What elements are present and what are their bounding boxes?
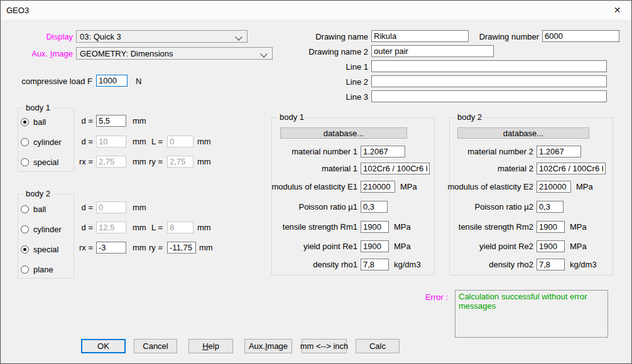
body1-L-input [167, 136, 193, 147]
poisson2-input[interactable] [537, 201, 564, 213]
yield-re1-label: yield point Re1 [257, 242, 357, 251]
body2-L-input [167, 222, 193, 233]
body1-d-ball-unit: mm [133, 116, 146, 126]
yield-re2-input[interactable] [537, 240, 565, 252]
material1-label: material 1 [257, 164, 357, 173]
tensile-rm2-input[interactable] [537, 221, 565, 233]
density-rho1-unit: kg/dm3 [394, 260, 421, 269]
modulus-e1-label: modulus of elasticity E1 [257, 182, 357, 191]
modulus-e1-unit: MPa [400, 182, 417, 191]
material-row: Poisson ratio µ2 [433, 201, 569, 213]
radio-special-icon[interactable] [21, 158, 29, 166]
material-row: density rho2 kg/dm3 [433, 259, 597, 270]
modulus-e2-input[interactable] [537, 181, 571, 193]
material-row: tensile strength Rm1 MPa [257, 221, 411, 233]
body1-radio-cylinder[interactable]: cylinder [21, 137, 62, 146]
body1-radio-ball[interactable]: ball [21, 117, 46, 126]
density-rho1-input[interactable] [361, 259, 389, 270]
close-icon[interactable]: ✕ [603, 1, 631, 19]
radio-special-label: special [33, 158, 58, 167]
body2-L-label: L = [144, 223, 163, 233]
body1-rx-label: rx = [71, 157, 93, 167]
body2-d-ball-label: d = [74, 203, 93, 213]
body2-d-cyl-label: d = [74, 223, 93, 233]
cancel-button[interactable]: Cancel [134, 339, 177, 353]
aux-image-button[interactable]: Aux. Image [244, 339, 292, 353]
body1-geometry-title: body 1 [23, 103, 53, 113]
yield-re2-unit: MPa [570, 242, 587, 251]
aux-image-dropdown[interactable]: GEOMETRY: Dimensions [76, 47, 273, 60]
body1-d-cyl-input [96, 136, 126, 147]
material2-label: material 2 [433, 164, 533, 173]
body2-geometry-title: body 2 [23, 189, 53, 199]
tensile-rm1-input[interactable] [361, 221, 389, 233]
compressive-load-label: compressive load F [17, 77, 92, 87]
material-number1-input[interactable] [361, 146, 405, 158]
body2-material-title: body 2 [455, 112, 484, 122]
material-row: material 2 [433, 163, 611, 174]
density-rho2-label: density rho2 [433, 260, 533, 269]
body2-radio-special[interactable]: special [21, 245, 58, 254]
display-dropdown[interactable]: 03: Quick 3 [76, 30, 248, 43]
body2-radio-ball[interactable]: ball [21, 205, 46, 213]
tensile-rm1-unit: MPa [394, 222, 411, 232]
poisson1-input[interactable] [361, 201, 388, 213]
radio-special-icon[interactable] [21, 245, 29, 254]
radio-cylinder-icon[interactable] [21, 225, 29, 233]
material-row: material 1 [257, 163, 435, 174]
drawing-number-label: Drawing number [470, 32, 539, 42]
modulus-e1-input[interactable] [361, 181, 395, 193]
ok-button[interactable]: OK [81, 339, 126, 353]
drawing-number-input[interactable] [542, 30, 619, 42]
calc-button[interactable]: Calc [356, 339, 400, 353]
body1-database-button[interactable]: database... [280, 127, 407, 139]
radio-ball-icon[interactable] [21, 118, 29, 126]
line3-input[interactable] [371, 90, 607, 102]
material2-input[interactable] [537, 163, 606, 174]
radio-cylinder-label: cylinder [33, 225, 62, 234]
material-number1-label: material number 1 [257, 147, 357, 156]
body1-radio-special[interactable]: special [21, 158, 58, 166]
yield-re1-input[interactable] [361, 240, 389, 252]
compressive-load-input[interactable] [96, 75, 128, 87]
material1-input[interactable] [361, 163, 430, 174]
poisson1-label: Poisson ratio µ1 [257, 202, 357, 211]
drawing-name2-input[interactable] [371, 45, 494, 57]
aux-image-dropdown-value: GEOMETRY: Dimensions [80, 49, 173, 58]
modulus-e2-label: modulus of elasticity E2 [433, 182, 533, 191]
help-button[interactable]: Help [188, 339, 233, 353]
tensile-rm1-label: tensile strength Rm1 [257, 222, 357, 232]
line1-label: Line 1 [318, 62, 368, 72]
body2-radio-cylinder[interactable]: cylinder [21, 225, 62, 233]
body1-d-cyl-label: d = [74, 137, 93, 147]
density-rho2-input[interactable] [537, 259, 565, 270]
radio-plane-label: plane [33, 265, 53, 274]
radio-special-label: special [33, 245, 58, 254]
radio-ball-label: ball [33, 117, 46, 127]
display-label: Display [10, 32, 73, 42]
line2-input[interactable] [371, 75, 607, 87]
material-row: yield point Re2 MPa [433, 240, 587, 252]
drawing-name-input[interactable] [371, 30, 469, 42]
drawing-name-label: Drawing name [305, 32, 368, 42]
body2-radio-plane[interactable]: plane [21, 265, 53, 274]
drawing-name2-label: Drawing name 2 [299, 47, 368, 57]
material-row: tensile strength Rm2 MPa [433, 221, 587, 233]
body2-rx-input[interactable] [96, 242, 126, 254]
material-row: modulus of elasticity E1 MPa [257, 181, 417, 193]
body2-database-button[interactable]: database... [457, 127, 589, 139]
body2-d-ball-unit: mm [133, 203, 146, 213]
line1-input[interactable] [371, 60, 607, 72]
radio-plane-icon[interactable] [21, 265, 29, 274]
title-bar[interactable]: GEO3 [1, 1, 631, 19]
material-number2-input[interactable] [537, 146, 581, 158]
radio-ball-icon[interactable] [21, 205, 29, 213]
material-row: material number 2 [433, 146, 586, 158]
body1-d-ball-input[interactable] [96, 115, 126, 127]
body2-ry-input[interactable] [167, 242, 196, 254]
mm-inch-button[interactable]: mm <--> inch [302, 339, 347, 353]
radio-cylinder-icon[interactable] [21, 138, 29, 146]
yield-re2-label: yield point Re2 [433, 242, 533, 251]
body1-ry-input [167, 156, 193, 168]
tensile-rm2-label: tensile strength Rm2 [433, 222, 533, 232]
